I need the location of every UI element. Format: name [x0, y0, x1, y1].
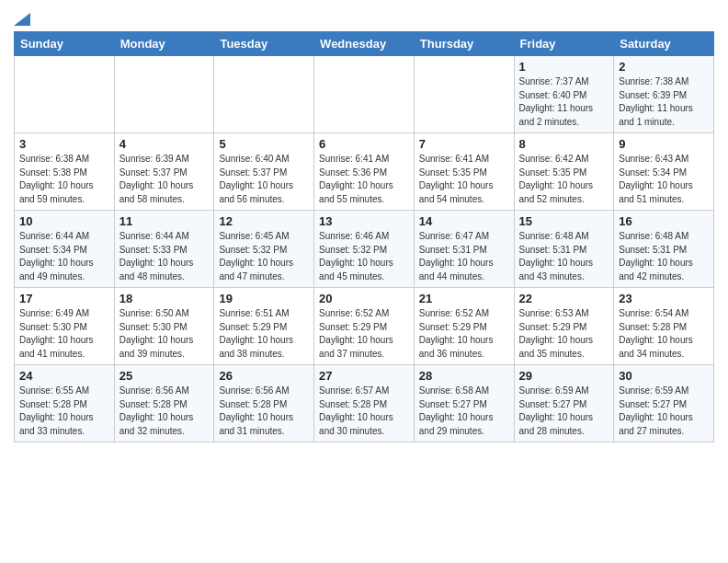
day-cell: 22Sunrise: 6:53 AM Sunset: 5:29 PM Dayli… — [514, 288, 614, 365]
header — [14, 9, 714, 26]
day-cell — [414, 56, 514, 133]
day-cell: 17Sunrise: 6:49 AM Sunset: 5:30 PM Dayli… — [15, 288, 115, 365]
weekday-header-tuesday: Tuesday — [214, 32, 314, 56]
weekday-header-friday: Friday — [514, 32, 614, 56]
weekday-header-wednesday: Wednesday — [314, 32, 415, 56]
week-row-1: 1Sunrise: 7:37 AM Sunset: 6:40 PM Daylig… — [15, 56, 714, 133]
day-cell: 10Sunrise: 6:44 AM Sunset: 5:34 PM Dayli… — [15, 211, 115, 288]
day-cell: 29Sunrise: 6:59 AM Sunset: 5:27 PM Dayli… — [514, 365, 614, 442]
day-info: Sunrise: 6:48 AM Sunset: 5:31 PM Dayligh… — [519, 230, 609, 283]
day-cell — [15, 56, 115, 133]
day-number: 15 — [519, 214, 609, 228]
day-cell: 5Sunrise: 6:40 AM Sunset: 5:37 PM Daylig… — [214, 133, 314, 211]
day-info: Sunrise: 6:52 AM Sunset: 5:29 PM Dayligh… — [419, 307, 509, 361]
day-cell: 15Sunrise: 6:48 AM Sunset: 5:31 PM Dayli… — [514, 211, 614, 288]
day-cell: 24Sunrise: 6:55 AM Sunset: 5:28 PM Dayli… — [15, 365, 115, 442]
day-number: 25 — [119, 369, 210, 383]
day-info: Sunrise: 6:50 AM Sunset: 5:30 PM Dayligh… — [119, 307, 210, 361]
day-cell: 26Sunrise: 6:56 AM Sunset: 5:28 PM Dayli… — [214, 365, 314, 442]
day-info: Sunrise: 6:46 AM Sunset: 5:32 PM Dayligh… — [319, 230, 409, 283]
day-number: 4 — [119, 137, 210, 151]
day-info: Sunrise: 6:47 AM Sunset: 5:31 PM Dayligh… — [419, 230, 509, 283]
svg-marker-0 — [14, 13, 30, 26]
week-row-5: 24Sunrise: 6:55 AM Sunset: 5:28 PM Dayli… — [15, 365, 714, 442]
day-info: Sunrise: 6:55 AM Sunset: 5:28 PM Dayligh… — [19, 385, 109, 438]
day-info: Sunrise: 6:45 AM Sunset: 5:32 PM Dayligh… — [219, 230, 309, 283]
day-number: 16 — [619, 214, 709, 228]
day-info: Sunrise: 6:56 AM Sunset: 5:28 PM Dayligh… — [119, 385, 210, 438]
day-number: 9 — [619, 137, 709, 151]
day-info: Sunrise: 6:58 AM Sunset: 5:27 PM Dayligh… — [419, 385, 509, 438]
calendar: SundayMondayTuesdayWednesdayThursdayFrid… — [14, 31, 714, 442]
day-number: 29 — [519, 369, 609, 383]
day-info: Sunrise: 6:48 AM Sunset: 5:31 PM Dayligh… — [619, 230, 709, 283]
day-cell: 30Sunrise: 6:59 AM Sunset: 5:27 PM Dayli… — [614, 365, 714, 442]
day-number: 1 — [519, 60, 609, 74]
weekday-header-row: SundayMondayTuesdayWednesdayThursdayFrid… — [15, 32, 714, 56]
weekday-header-sunday: Sunday — [15, 32, 115, 56]
day-number: 11 — [119, 214, 210, 228]
day-cell: 16Sunrise: 6:48 AM Sunset: 5:31 PM Dayli… — [614, 211, 714, 288]
day-cell: 20Sunrise: 6:52 AM Sunset: 5:29 PM Dayli… — [314, 288, 415, 365]
day-number: 8 — [519, 137, 609, 151]
day-info: Sunrise: 6:41 AM Sunset: 5:36 PM Dayligh… — [319, 153, 409, 206]
day-cell — [314, 56, 415, 133]
day-cell: 1Sunrise: 7:37 AM Sunset: 6:40 PM Daylig… — [514, 56, 614, 133]
logo-icon — [14, 13, 30, 26]
day-cell: 6Sunrise: 6:41 AM Sunset: 5:36 PM Daylig… — [314, 133, 415, 211]
weekday-header-monday: Monday — [114, 32, 214, 56]
day-number: 30 — [619, 369, 709, 383]
logo — [14, 13, 30, 26]
day-info: Sunrise: 6:56 AM Sunset: 5:28 PM Dayligh… — [219, 385, 309, 438]
day-number: 24 — [19, 369, 109, 383]
day-info: Sunrise: 6:44 AM Sunset: 5:34 PM Dayligh… — [19, 230, 109, 283]
day-info: Sunrise: 6:49 AM Sunset: 5:30 PM Dayligh… — [19, 307, 109, 361]
page: SundayMondayTuesdayWednesdayThursdayFrid… — [0, 0, 728, 452]
day-cell: 7Sunrise: 6:41 AM Sunset: 5:35 PM Daylig… — [414, 133, 514, 211]
day-number: 7 — [419, 137, 509, 151]
day-number: 13 — [319, 214, 409, 228]
day-cell: 19Sunrise: 6:51 AM Sunset: 5:29 PM Dayli… — [214, 288, 314, 365]
weekday-header-thursday: Thursday — [414, 32, 514, 56]
day-number: 6 — [319, 137, 409, 151]
day-number: 10 — [19, 214, 109, 228]
day-cell: 8Sunrise: 6:42 AM Sunset: 5:35 PM Daylig… — [514, 133, 614, 211]
day-info: Sunrise: 6:43 AM Sunset: 5:34 PM Dayligh… — [619, 153, 709, 206]
day-cell: 23Sunrise: 6:54 AM Sunset: 5:28 PM Dayli… — [614, 288, 714, 365]
day-info: Sunrise: 6:59 AM Sunset: 5:27 PM Dayligh… — [519, 385, 609, 438]
day-cell: 14Sunrise: 6:47 AM Sunset: 5:31 PM Dayli… — [414, 211, 514, 288]
day-number: 5 — [219, 137, 309, 151]
day-cell: 4Sunrise: 6:39 AM Sunset: 5:37 PM Daylig… — [114, 133, 214, 211]
day-cell: 12Sunrise: 6:45 AM Sunset: 5:32 PM Dayli… — [214, 211, 314, 288]
day-number: 20 — [319, 292, 409, 305]
day-cell: 21Sunrise: 6:52 AM Sunset: 5:29 PM Dayli… — [414, 288, 514, 365]
day-number: 14 — [419, 214, 509, 228]
day-cell: 2Sunrise: 7:38 AM Sunset: 6:39 PM Daylig… — [614, 56, 714, 133]
day-info: Sunrise: 6:54 AM Sunset: 5:28 PM Dayligh… — [619, 307, 709, 361]
day-info: Sunrise: 7:38 AM Sunset: 6:39 PM Dayligh… — [619, 75, 709, 129]
day-cell — [214, 56, 314, 133]
day-cell: 18Sunrise: 6:50 AM Sunset: 5:30 PM Dayli… — [114, 288, 214, 365]
day-info: Sunrise: 6:57 AM Sunset: 5:28 PM Dayligh… — [319, 385, 409, 438]
day-cell: 27Sunrise: 6:57 AM Sunset: 5:28 PM Dayli… — [314, 365, 415, 442]
day-cell: 3Sunrise: 6:38 AM Sunset: 5:38 PM Daylig… — [15, 133, 115, 211]
day-number: 19 — [219, 292, 309, 305]
day-info: Sunrise: 6:38 AM Sunset: 5:38 PM Dayligh… — [19, 153, 109, 206]
day-cell: 11Sunrise: 6:44 AM Sunset: 5:33 PM Dayli… — [114, 211, 214, 288]
day-number: 28 — [419, 369, 509, 383]
day-number: 2 — [619, 60, 709, 74]
day-info: Sunrise: 6:59 AM Sunset: 5:27 PM Dayligh… — [619, 385, 709, 438]
day-info: Sunrise: 6:41 AM Sunset: 5:35 PM Dayligh… — [419, 153, 509, 206]
day-number: 26 — [219, 369, 309, 383]
day-number: 22 — [519, 292, 609, 305]
week-row-2: 3Sunrise: 6:38 AM Sunset: 5:38 PM Daylig… — [15, 133, 714, 211]
day-info: Sunrise: 7:37 AM Sunset: 6:40 PM Dayligh… — [519, 75, 609, 129]
day-cell: 25Sunrise: 6:56 AM Sunset: 5:28 PM Dayli… — [114, 365, 214, 442]
day-info: Sunrise: 6:52 AM Sunset: 5:29 PM Dayligh… — [319, 307, 409, 361]
day-info: Sunrise: 6:40 AM Sunset: 5:37 PM Dayligh… — [219, 153, 309, 206]
day-cell: 13Sunrise: 6:46 AM Sunset: 5:32 PM Dayli… — [314, 211, 415, 288]
day-info: Sunrise: 6:39 AM Sunset: 5:37 PM Dayligh… — [119, 153, 210, 206]
day-number: 18 — [119, 292, 210, 305]
day-info: Sunrise: 6:51 AM Sunset: 5:29 PM Dayligh… — [219, 307, 309, 361]
day-number: 17 — [19, 292, 109, 305]
